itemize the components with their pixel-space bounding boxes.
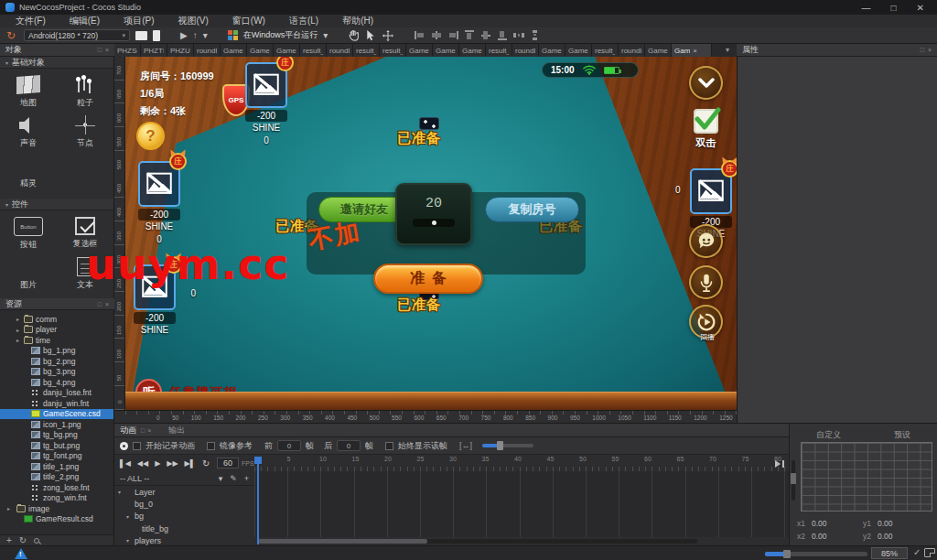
run-caret-icon[interactable]: ▾ (323, 30, 328, 40)
menu-item[interactable]: 语言(L) (277, 15, 330, 27)
resource-tree-item[interactable]: GameResult.csd (0, 514, 113, 525)
refresh-icon[interactable]: ↻ (4, 29, 18, 42)
playhead[interactable] (254, 457, 262, 464)
resource-tree-item[interactable]: ▸ image (0, 503, 113, 514)
expand-arrow-icon[interactable]: ▸ (16, 327, 19, 333)
close-panel-icon[interactable]: × (105, 301, 109, 307)
object-palette-item[interactable]: 声音 (0, 113, 57, 153)
document-tab[interactable]: GameR (247, 44, 274, 57)
document-tab[interactable]: result_e (592, 44, 619, 57)
scene-canvas[interactable]: 房间号：160999 1/6局 剩余：4张 GPS ? 庄 -200 SHINE… (125, 57, 737, 410)
object-palette-item[interactable]: 精灵 (0, 153, 57, 193)
close-panel-icon[interactable]: × (105, 47, 109, 53)
layer-filter-select[interactable]: -- ALL -- (120, 474, 149, 483)
resource-tree-item[interactable]: GameScene.csd (0, 409, 113, 420)
range-icon[interactable]: [↔] (459, 441, 472, 450)
document-tab[interactable]: result_e (380, 44, 406, 57)
fps-input[interactable]: 60 (217, 458, 239, 468)
hand-tool-icon[interactable] (348, 29, 360, 41)
ready-button[interactable]: 准备 (373, 264, 483, 294)
resource-tree-item[interactable]: bg_3.png (0, 367, 113, 378)
player-avatar[interactable]: 庄 (245, 62, 287, 108)
microphone-button[interactable] (689, 265, 723, 299)
loop-button[interactable]: ↻ (202, 458, 210, 468)
transport-button[interactable]: ▶▌ (185, 459, 196, 468)
document-tab[interactable]: result_e (353, 44, 380, 57)
document-tab[interactable]: GameR (406, 44, 433, 57)
document-tab[interactable]: Gam × (672, 44, 712, 57)
resource-tree-item[interactable]: title_2.png (0, 472, 113, 483)
player-avatar[interactable]: 庄 (690, 168, 732, 214)
resource-tree-item[interactable]: bg_4.png (0, 377, 113, 388)
menu-item[interactable]: 项目(P) (112, 15, 166, 27)
menu-item[interactable]: 视图(V) (166, 15, 220, 27)
search-icon[interactable] (34, 538, 39, 544)
expand-arrow-icon[interactable]: ▸ (16, 337, 19, 343)
object-palette-item[interactable]: 节点 (57, 113, 113, 153)
maximize-button[interactable]: □ (891, 3, 897, 13)
menu-item[interactable]: 编辑(E) (58, 15, 112, 27)
add-resource-button[interactable]: + (6, 535, 12, 545)
help-coin-button[interactable]: ? (136, 122, 165, 150)
play-button[interactable]: ▶ (180, 30, 188, 40)
document-tab[interactable]: GameS (274, 44, 300, 57)
object-palette-item[interactable]: 图片 (0, 254, 57, 295)
publish-caret-icon[interactable]: ▾ (203, 30, 208, 40)
transport-button[interactable]: ▶▶ (167, 459, 178, 468)
display-scale-icon[interactable] (924, 548, 935, 557)
document-tab[interactable]: roundE (194, 44, 221, 57)
add-animation-button[interactable]: + (244, 474, 249, 483)
zoom-level[interactable]: 85% (871, 547, 908, 559)
object-palette-item[interactable]: Button 按钮 (0, 214, 57, 254)
landscape-icon[interactable] (135, 31, 147, 40)
portrait-icon[interactable] (153, 30, 160, 41)
player-seat-left[interactable]: 庄 -200 SHINE 0 (138, 161, 180, 245)
y2-value[interactable]: 0.00 (878, 532, 929, 541)
resource-tree-item[interactable]: danju_lose.fnt (0, 388, 113, 399)
resource-tree-item[interactable]: title_1.png (0, 461, 113, 472)
tab-custom[interactable]: 自定义 (816, 429, 841, 441)
frames-after-input[interactable]: 0 (337, 440, 361, 451)
document-tab[interactable]: roundE (327, 44, 353, 57)
object-palette-item[interactable]: 地图 (0, 72, 57, 113)
expand-arrow-icon[interactable]: ▾ (126, 513, 129, 520)
timeline-ruler[interactable]: 05101520253035404550556065707580 (254, 455, 789, 471)
refresh-resources-button[interactable]: ↻ (19, 535, 27, 545)
mirror-checkbox[interactable] (207, 442, 215, 450)
resource-tree-item[interactable]: ▸ comm (0, 314, 113, 325)
transport-button[interactable]: ▶ (155, 459, 160, 468)
document-tab[interactable]: PHZUp (167, 44, 194, 57)
document-tab[interactable]: GameR (433, 44, 459, 57)
y1-value[interactable]: 0.00 (878, 519, 929, 528)
close-button[interactable]: ✕ (917, 3, 924, 13)
expand-panel-icon[interactable] (774, 458, 785, 469)
document-tab[interactable]: result_e (300, 44, 327, 57)
document-tab[interactable]: GameR (221, 44, 247, 57)
resource-tree-item[interactable]: tg_but.png (0, 440, 113, 451)
copy-room-number-button[interactable]: 复制房号 (485, 197, 579, 222)
tab-close-icon[interactable]: × (693, 47, 697, 55)
document-tab[interactable]: PHZSet (114, 44, 141, 57)
record-icon[interactable] (120, 442, 128, 450)
resource-tree-item[interactable]: bg_2.png (0, 356, 113, 367)
document-tab[interactable]: GameS (459, 44, 486, 57)
timeline-zoom-slider[interactable] (482, 444, 533, 447)
document-tab[interactable]: GameR (539, 44, 565, 57)
expand-arrow-icon[interactable]: ▾ (126, 537, 129, 544)
document-tab[interactable]: result_e (486, 44, 512, 57)
menu-item[interactable]: 帮助(H) (330, 15, 385, 27)
float-panel-icon[interactable]: □ (141, 427, 145, 434)
double-click-checkbox[interactable] (694, 109, 718, 134)
timeline-grid[interactable] (254, 471, 789, 537)
always-show-checkbox[interactable] (385, 442, 393, 450)
resource-tree-item[interactable]: tg_font.png (0, 451, 113, 462)
x1-value[interactable]: 0.00 (812, 519, 863, 528)
player-avatar[interactable]: 庄 (138, 161, 180, 207)
align-top-icon[interactable] (464, 30, 475, 40)
counter-slider[interactable] (413, 219, 455, 227)
tab-overflow-icon[interactable]: ▾ (726, 46, 729, 54)
resource-tree-item[interactable]: ▸ player (0, 325, 113, 336)
section-controls[interactable]: ▾ 控件 (0, 199, 113, 210)
resource-tree-item[interactable]: zong_lose.fnt (0, 482, 113, 493)
resource-tree-item[interactable]: zong_win.fnt (0, 493, 113, 504)
